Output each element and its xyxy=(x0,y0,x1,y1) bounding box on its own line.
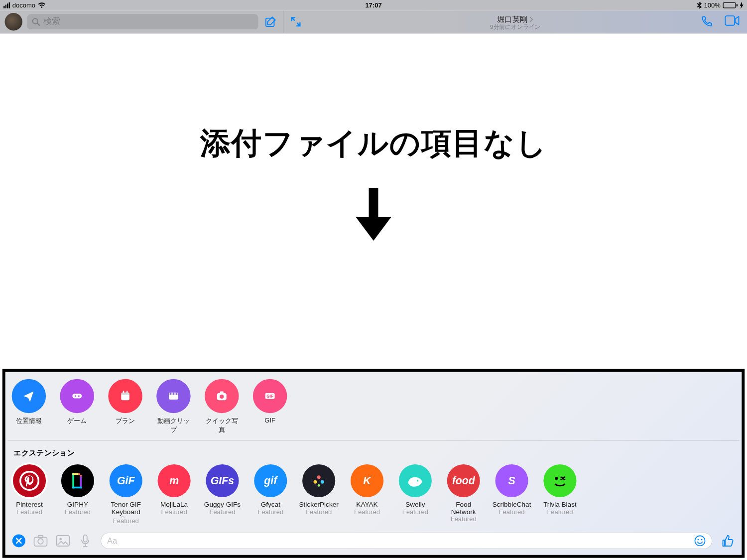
svg-text:GIF: GIF xyxy=(266,394,273,399)
message-text-input[interactable]: Aa xyxy=(101,533,712,549)
emoji-icon[interactable] xyxy=(694,535,706,547)
video-call-button[interactable] xyxy=(725,15,740,28)
extension-featured-label: Featured xyxy=(547,508,573,515)
svg-rect-40 xyxy=(38,536,43,538)
compose-button[interactable] xyxy=(263,15,278,28)
svg-point-31 xyxy=(309,471,328,490)
extension-name: Gfycat xyxy=(261,501,280,508)
svg-rect-3 xyxy=(725,16,735,25)
search-input[interactable]: 検索 xyxy=(27,14,258,29)
extension-11[interactable]: Trivia BlastFeatured xyxy=(542,464,578,524)
svg-point-39 xyxy=(38,539,43,544)
contact-name: 堀口英剛 xyxy=(497,15,527,23)
message-placeholder: Aa xyxy=(107,536,117,546)
extension-8[interactable]: SwellyFeatured xyxy=(397,464,433,524)
svg-point-46 xyxy=(701,539,703,541)
wifi-icon xyxy=(38,2,46,8)
svg-rect-5 xyxy=(72,394,82,398)
extension-panel: 位置情報ゲームプラン動画クリップクイック写真GIFGIF エクステンション Pi… xyxy=(2,369,745,558)
svg-rect-9 xyxy=(121,393,129,395)
camera-icon xyxy=(33,535,47,547)
svg-rect-4 xyxy=(369,187,378,219)
search-placeholder: 検索 xyxy=(43,16,60,27)
expand-icon xyxy=(290,16,301,27)
svg-point-23 xyxy=(21,472,38,489)
extension-name: Food Network xyxy=(445,501,482,516)
extension-name: Trivia Blast xyxy=(543,501,577,508)
extension-6[interactable]: StickerPickerFeatured xyxy=(301,464,337,524)
svg-rect-15 xyxy=(173,393,174,395)
voice-button[interactable] xyxy=(78,534,92,548)
quick-action-label: ゲーム xyxy=(59,417,95,425)
extension-2[interactable]: GiFTenor GIF Keyboard B...Featured xyxy=(108,464,144,524)
extension-name: ScribbleChat xyxy=(493,501,531,508)
svg-rect-10 xyxy=(123,391,124,393)
extension-featured-label: Featured xyxy=(354,508,380,515)
call-button[interactable] xyxy=(700,15,713,28)
extension-featured-label: Featured xyxy=(257,508,283,515)
quick-action-label: プラン xyxy=(108,417,143,425)
extensions-section-label: エクステンション xyxy=(7,441,739,462)
extension-4[interactable]: GIFsGuggy GIFsFeatured xyxy=(204,464,241,524)
quick-action-0[interactable]: 位置情報 xyxy=(11,379,46,434)
quick-actions-row: 位置情報ゲームプラン動画クリップクイック写真GIFGIF xyxy=(7,377,739,441)
svg-rect-43 xyxy=(84,535,87,542)
extension-name: StickerPicker xyxy=(299,501,339,508)
quick-action-label: 位置情報 xyxy=(11,417,46,425)
chevron-right-icon xyxy=(529,16,533,22)
charging-icon xyxy=(740,2,744,9)
extension-featured-label: Featured xyxy=(65,508,91,515)
svg-point-33 xyxy=(321,480,324,484)
extension-5[interactable]: gifGfycatFeatured xyxy=(252,464,289,524)
carrier-label: docomo xyxy=(12,2,35,9)
battery-icon xyxy=(723,2,738,8)
svg-rect-16 xyxy=(176,393,177,395)
extension-9[interactable]: foodFood NetworkFeatured xyxy=(445,464,482,524)
svg-point-32 xyxy=(314,480,317,484)
camera-button[interactable] xyxy=(33,534,47,548)
extension-1[interactable]: GIPHYFeatured xyxy=(59,464,96,524)
search-icon xyxy=(32,17,40,26)
extension-featured-label: Featured xyxy=(161,508,187,515)
svg-rect-14 xyxy=(170,393,171,395)
svg-line-1 xyxy=(37,23,39,25)
svg-rect-19 xyxy=(220,391,224,394)
extension-name: KAYAK xyxy=(356,501,377,508)
close-extensions-button[interactable] xyxy=(12,534,25,547)
quick-action-label: GIF xyxy=(252,417,288,423)
contact-status: 9分前にオンライン xyxy=(490,24,540,30)
quick-action-label: クイック写真 xyxy=(204,417,240,434)
svg-point-45 xyxy=(698,539,699,541)
svg-point-37 xyxy=(555,477,558,480)
signal-bars-icon xyxy=(3,2,10,8)
expand-button[interactable] xyxy=(290,16,301,27)
avatar[interactable] xyxy=(4,13,22,30)
extension-0[interactable]: PinterestFeatured xyxy=(11,464,47,524)
compose-icon xyxy=(264,15,277,28)
extension-3[interactable]: mMojiLaLaFeatured xyxy=(156,464,192,524)
svg-point-18 xyxy=(220,395,224,399)
conversation-title[interactable]: 堀口英剛 9分前にオンライン xyxy=(490,13,540,30)
svg-point-7 xyxy=(78,395,80,397)
ios-status-bar: docomo 17:07 100% xyxy=(0,0,747,10)
gallery-button[interactable] xyxy=(56,534,70,548)
extension-7[interactable]: KKAYAKFeatured xyxy=(349,464,385,524)
quick-action-3[interactable]: 動画クリップ xyxy=(156,379,191,434)
quick-action-1[interactable]: ゲーム xyxy=(59,379,95,434)
quick-action-2[interactable]: プラン xyxy=(108,379,143,434)
annotation-overlay: 添付ファイルの項目なし xyxy=(0,33,747,353)
microphone-icon xyxy=(81,534,90,547)
extension-name: Pinterest xyxy=(16,501,43,508)
svg-rect-30 xyxy=(80,475,82,477)
app-header: 検索 堀口英剛 9分前にオンライン xyxy=(0,10,747,33)
extension-name: Guggy GIFs xyxy=(204,501,241,508)
quick-action-4[interactable]: クイック写真 xyxy=(204,379,240,434)
like-button[interactable] xyxy=(721,534,735,548)
svg-point-35 xyxy=(318,484,320,487)
quick-action-5[interactable]: GIFGIF xyxy=(252,379,288,434)
extension-name: MojiLaLa xyxy=(160,501,188,508)
extension-10[interactable]: SScribbleChatFeatured xyxy=(494,464,530,524)
extension-featured-label: Featured xyxy=(451,516,477,523)
svg-point-34 xyxy=(317,475,321,479)
svg-rect-28 xyxy=(72,487,82,489)
